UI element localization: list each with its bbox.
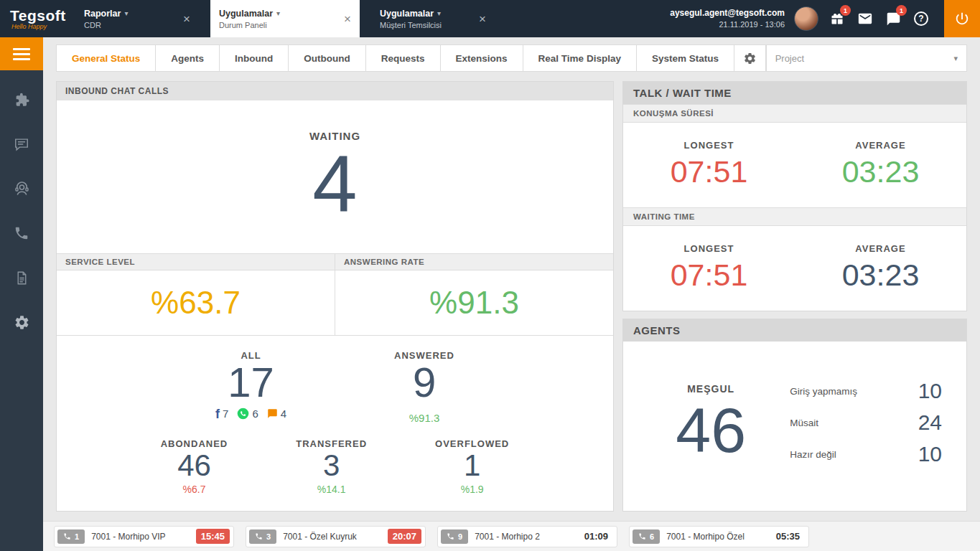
stat-answered: ANSWERED 9 %91.3 [394, 350, 454, 424]
talk-time-row: LONGEST 07:51 AVERAGE 03:23 [623, 123, 966, 207]
queue-wait-time: 20:07 [388, 529, 421, 544]
project-dropdown[interactable]: Project ▾ [766, 44, 967, 72]
dashboard-content: INBOUND CHAT CALLS WAITING 4 SERVICE LEV… [56, 81, 967, 512]
chevron-down-icon[interactable]: ▾ [276, 9, 280, 17]
phone-icon [447, 532, 454, 540]
whatsapp-icon [237, 408, 249, 420]
stat-answered-value: 9 [394, 361, 454, 405]
logout-button[interactable] [944, 0, 980, 37]
waiting-value: 4 [312, 143, 357, 224]
workspace-tab-musteri-temsilcisi[interactable]: Uygulamalar ▾ Müşteri Temsilcisi × [371, 0, 495, 37]
sidebar [0, 37, 43, 551]
avatar[interactable] [794, 6, 818, 31]
tab-label: Outbound [304, 53, 350, 64]
queue-call-count: 1 [57, 529, 85, 544]
sidebar-item-integrations[interactable] [11, 90, 32, 109]
queue-count-value: 3 [266, 532, 271, 541]
chevron-down-icon[interactable]: ▾ [124, 9, 128, 17]
queue-status-bar: 1 7001 - Morhipo VIP 15:45 3 7001 - Özel… [43, 521, 980, 551]
tab-requests[interactable]: Requests [366, 44, 441, 72]
mail-button[interactable] [856, 8, 874, 29]
stat-transferred-value: 3 [296, 449, 367, 482]
sidebar-icons [0, 90, 43, 331]
stat-overflowed-pct: %1.9 [435, 484, 509, 495]
sidebar-item-phone[interactable] [11, 224, 32, 242]
agent-headset-icon [14, 181, 30, 197]
state-value: 24 [918, 410, 942, 435]
close-icon[interactable]: × [344, 13, 351, 25]
tab-label: Real Time Display [538, 53, 621, 64]
user-email: aysegul.agent@tegsoft.com [670, 8, 785, 19]
facebook-count: f 7 [215, 408, 228, 420]
queue-wait-time: 15:45 [196, 529, 230, 544]
workspace-tab-raporlar[interactable]: Raporlar ▾ CDR × [75, 0, 199, 37]
service-level-value: %63.7 [57, 270, 335, 335]
tab-extensions[interactable]: Extensions [441, 44, 523, 72]
talk-average: AVERAGE 03:23 [795, 140, 966, 187]
sidebar-item-settings[interactable] [11, 313, 32, 331]
chat-bubble-icon [267, 408, 278, 419]
answering-rate-value: %91.3 [335, 270, 613, 335]
chat-button[interactable]: 1 [884, 8, 902, 29]
busy-value: 46 [642, 399, 780, 462]
sidebar-item-documents[interactable] [11, 268, 32, 287]
user-info: aysegul.agent@tegsoft.com 21.11.2019 - 1… [670, 8, 785, 29]
queue-card-morhipo-vip[interactable]: 1 7001 - Morhipo VIP 15:45 [54, 526, 234, 547]
tegsoft-logo[interactable]: Tegsoft Hello Happy [0, 0, 75, 37]
puzzle-icon [14, 92, 30, 108]
facebook-icon: f [215, 408, 220, 420]
workspace-tab-title: Raporlar [84, 9, 121, 19]
talk-longest-value: 07:51 [623, 156, 795, 187]
queue-name: 7001 - Özel Kuyruk [283, 532, 388, 542]
facebook-count-value: 7 [223, 408, 228, 420]
tab-label: Extensions [456, 53, 508, 64]
queue-name: 7001 - Morhipo VIP [91, 532, 196, 542]
answering-rate-label: ANSWERING RATE [335, 254, 613, 270]
stat-all-value: 17 [215, 361, 286, 405]
stat-abandoned: ABONDANED 46 %6.7 [161, 438, 228, 495]
queue-card-morhipo-2[interactable]: 9 7001 - Morhipo 2 01:09 [437, 526, 617, 547]
talk-average-value: 03:23 [795, 156, 966, 187]
agents-body: MEŞGUL 46 Giriş yapmamış 10 Müsait 24 [623, 342, 966, 511]
tab-inbound[interactable]: Inbound [220, 44, 289, 72]
dashboard-settings-button[interactable] [734, 44, 766, 72]
state-value: 10 [918, 442, 942, 466]
tab-system-status[interactable]: System Status [637, 44, 734, 72]
close-icon[interactable]: × [479, 13, 486, 25]
menu-toggle-button[interactable] [0, 37, 43, 70]
sidebar-item-messages[interactable] [11, 135, 32, 154]
queue-name: 7001 - Morhipo 2 [475, 532, 579, 542]
queue-card-ozel-kuyruk[interactable]: 3 7001 - Özel Kuyruk 20:07 [246, 526, 426, 547]
service-level-label: SERVICE LEVEL [57, 254, 335, 270]
talk-longest-label: LONGEST [623, 140, 795, 151]
queue-call-count: 3 [249, 529, 276, 544]
gift-button[interactable]: 1 [828, 8, 846, 29]
state-value: 10 [918, 379, 942, 403]
queue-call-count: 9 [441, 529, 468, 544]
chevron-down-icon[interactable]: ▾ [437, 9, 441, 17]
help-icon: ? [914, 11, 928, 26]
wait-longest: LONGEST 07:51 [623, 243, 795, 291]
tab-real-time-display[interactable]: Real Time Display [523, 44, 637, 72]
tab-general-status[interactable]: General Status [56, 44, 156, 72]
service-level-cell: SERVICE LEVEL %63.7 [57, 254, 335, 335]
sidebar-item-agents[interactable] [11, 179, 32, 198]
queue-count-value: 9 [458, 532, 462, 541]
whatsapp-count-value: 6 [252, 408, 258, 420]
phone-icon [638, 532, 646, 540]
tab-agents[interactable]: Agents [156, 44, 220, 72]
tab-outbound[interactable]: Outbound [289, 44, 365, 72]
talk-time-subheader: KONUŞMA SÜRESİ [623, 104, 966, 123]
queue-card-morhipo-ozel[interactable]: 6 7001 - Morhipo Özel 05:35 [629, 526, 809, 547]
workspace-tab-durum-paneli[interactable]: Uygulamalar ▾ Durum Paneli × [210, 0, 360, 37]
workspace-tab-subtitle: Müşteri Temsilcisi [380, 21, 470, 29]
stat-abandoned-value: 46 [161, 449, 228, 482]
stat-overflowed-value: 1 [435, 449, 509, 482]
logo-tagline: Hello Happy [11, 23, 75, 30]
help-button[interactable]: ? [912, 8, 930, 29]
close-icon[interactable]: × [183, 13, 190, 25]
whatsapp-count: 6 [237, 408, 258, 420]
gear-icon [743, 52, 757, 65]
wait-longest-label: LONGEST [623, 243, 795, 254]
stat-transferred-pct: %14.1 [296, 484, 367, 495]
